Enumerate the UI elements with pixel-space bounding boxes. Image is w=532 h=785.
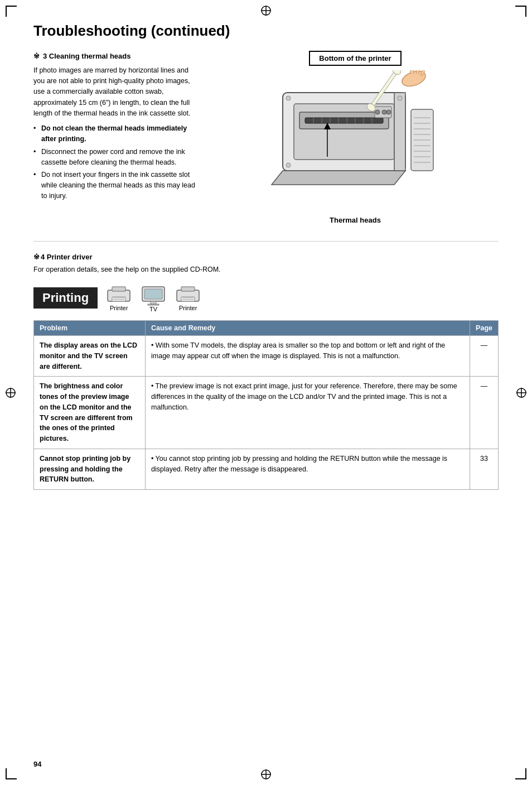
svg-rect-54 [148, 304, 159, 305]
corner-mark-tl [6, 6, 17, 17]
problem-cell-2: The brightness and color tones of the pr… [34, 377, 146, 449]
printer-label-2: Printer [179, 305, 197, 311]
section3-bullets: Do not clean the thermal heads immediate… [33, 123, 201, 201]
section3-left: ※3 Cleaning thermal heads If photo image… [33, 51, 201, 224]
reg-mark-left [4, 387, 17, 399]
svg-rect-50 [113, 299, 124, 300]
section4-heading-text: 4 Printer driver [41, 253, 93, 261]
tv-label: TV [149, 306, 157, 312]
bullet-2-text: Disconnect the power cord and remove the… [41, 148, 185, 166]
printing-label: Printing [33, 287, 98, 309]
svg-rect-59 [182, 299, 194, 300]
header-cause: Cause and Remedy [146, 321, 470, 336]
header-page: Page [470, 321, 499, 336]
printer-diagram [260, 70, 450, 213]
corner-mark-br [515, 768, 526, 779]
svg-point-25 [375, 110, 380, 114]
section4-description: For operation details, see the help on t… [33, 266, 499, 273]
svg-point-27 [386, 110, 391, 114]
page-title: Troubleshooting (continued) [33, 22, 499, 40]
problem-cell-1: The display areas on the LCD monitor and… [34, 336, 146, 377]
corner-mark-bl [6, 768, 17, 779]
page-number: 94 [33, 760, 41, 768]
bullet-2: Disconnect the power cord and remove the… [33, 147, 201, 168]
svg-rect-15 [305, 118, 383, 123]
corner-mark-tr [515, 6, 526, 17]
section4-symbol: ※ [33, 253, 40, 261]
bullet-3-text: Do not insert your fingers in the ink ca… [41, 171, 195, 200]
header-problem: Problem [34, 321, 146, 336]
cause-cell-1: • With some TV models, the display area … [146, 336, 470, 377]
reg-mark-right [515, 387, 528, 399]
section4-heading: ※4 Printer driver [33, 253, 499, 261]
problem-cell-3: Cannot stop printing job by pressing and… [34, 449, 146, 489]
svg-rect-56 [181, 287, 195, 291]
printer-label-1: Printer [110, 305, 128, 311]
svg-rect-49 [113, 297, 124, 298]
printer-icon-2: Printer [175, 285, 201, 311]
bullet-1-text: Do not clean the thermal heads immediate… [41, 124, 187, 143]
tv-icon: TV [140, 283, 167, 312]
section-divider [33, 241, 499, 242]
cause-cell-2: • The preview image is not exact print i… [146, 377, 470, 449]
bottom-printer-label: Bottom of the printer [309, 51, 401, 66]
table-row: The brightness and color tones of the pr… [34, 377, 499, 449]
troubleshoot-table: Problem Cause and Remedy Page The displa… [33, 320, 499, 490]
reg-mark-top [260, 4, 272, 17]
section3-symbol: ※ [33, 51, 40, 62]
bullet-3: Do not insert your fingers in the ink ca… [33, 170, 201, 201]
svg-point-35 [286, 163, 291, 167]
table-header-row: Problem Cause and Remedy Page [34, 321, 499, 336]
svg-point-26 [382, 110, 386, 114]
svg-point-33 [286, 96, 291, 100]
section4-container: ※4 Printer driver For operation details,… [33, 253, 499, 273]
page-cell-1: — [470, 336, 499, 377]
section3-heading: ※3 Cleaning thermal heads [33, 51, 201, 62]
cause-cell-3: • You cannot stop printing job by pressi… [146, 449, 470, 489]
svg-rect-52 [144, 289, 162, 299]
reg-mark-bottom [260, 768, 272, 781]
table-row: The display areas on the LCD monitor and… [34, 336, 499, 377]
svg-rect-53 [151, 301, 156, 304]
printing-header: Printing Printer TV Printer [33, 283, 499, 312]
bullet-1: Do not clean the thermal heads immediate… [33, 123, 201, 145]
thermal-heads-label: Thermal heads [330, 216, 381, 224]
section3-container: ※3 Cleaning thermal heads If photo image… [33, 51, 499, 224]
page-cell-2: — [470, 377, 499, 449]
table-row: Cannot stop printing job by pressing and… [34, 449, 499, 489]
page-cell-3: 33 [470, 449, 499, 489]
section3-right: Bottom of the printer [212, 51, 499, 224]
section3-body: If photo images are marred by horizontal… [33, 65, 201, 119]
svg-rect-58 [182, 297, 194, 298]
svg-rect-47 [112, 287, 125, 291]
section3-heading-text: 3 Cleaning thermal heads [43, 51, 131, 62]
printer-icon-1: Printer [105, 285, 132, 311]
svg-point-34 [398, 96, 402, 100]
